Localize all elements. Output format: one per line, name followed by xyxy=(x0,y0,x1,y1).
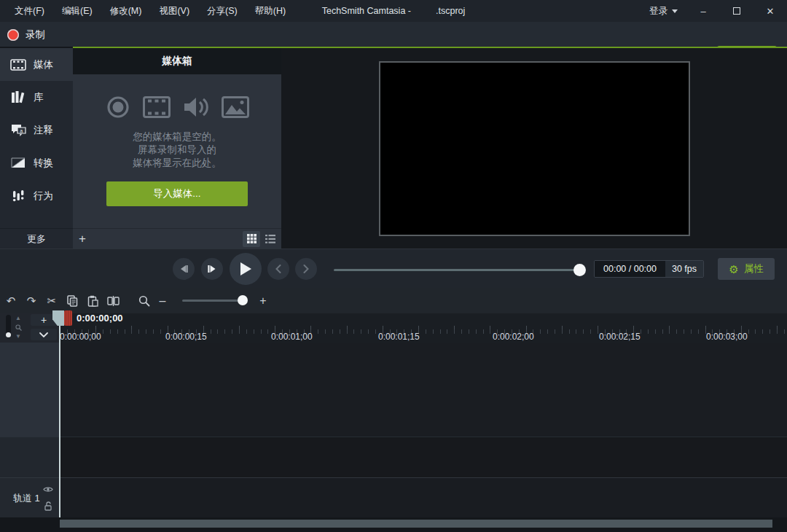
track-height-thumb[interactable] xyxy=(6,332,11,337)
split-button[interactable] xyxy=(106,294,120,308)
ruler-label: 0:00:01;15 xyxy=(378,332,420,342)
transition-icon xyxy=(9,157,27,168)
menubar-right: 登录 – ✕ xyxy=(641,0,787,22)
sidebar-item-media[interactable]: 媒体 xyxy=(0,48,73,81)
zoom-out-button[interactable]: – xyxy=(150,294,175,308)
media-bin-empty-icons xyxy=(73,95,281,120)
time-display: 00:00 / 00:00 30 fps xyxy=(594,260,704,278)
copy-button[interactable] xyxy=(66,294,79,308)
zoom-in-button[interactable]: + xyxy=(252,294,274,308)
ruler-label: 0:00:00;15 xyxy=(165,332,207,342)
timeline-zoom-slider[interactable] xyxy=(182,300,245,302)
playhead-line[interactable] xyxy=(59,326,60,517)
menu-list: 文件(F) 编辑(E) 修改(M) 视图(V) 分享(S) 帮助(H) xyxy=(0,0,294,22)
grid-view-button[interactable] xyxy=(243,231,260,247)
maximize-button[interactable] xyxy=(720,0,753,22)
step-back-button[interactable] xyxy=(173,258,195,280)
video-clip-icon xyxy=(143,96,171,118)
properties-button[interactable]: ⚙ 属性 xyxy=(718,258,775,280)
filmstrip-icon xyxy=(9,59,27,71)
horizontal-scrollbar[interactable] xyxy=(60,520,772,528)
record-button[interactable]: 录制 xyxy=(7,26,45,44)
empty-text-line: 屏幕录制和导入的 xyxy=(73,144,281,157)
split-icon xyxy=(107,296,120,306)
menubar: 文件(F) 编辑(E) 修改(M) 视图(V) 分享(S) 帮助(H) Tech… xyxy=(0,0,787,22)
books-icon xyxy=(9,91,27,103)
view-toggle xyxy=(243,231,281,247)
next-marker-button[interactable] xyxy=(295,258,317,280)
timeline-toolbar: ↶ ↷ ✂ – + xyxy=(0,288,787,313)
redo-button[interactable]: ↷ xyxy=(25,294,38,308)
track1-label: 轨道 1 xyxy=(13,478,40,518)
unlock-icon xyxy=(44,501,52,511)
zoom-down-arrow-icon[interactable]: ▼ xyxy=(15,333,21,340)
record-label: 录制 xyxy=(26,28,45,42)
track-visibility-toggle[interactable] xyxy=(43,486,53,493)
timeline-gutter xyxy=(0,343,59,437)
sidebar-more-button[interactable]: 更多 xyxy=(0,228,73,249)
svg-text:a: a xyxy=(20,128,23,133)
signin-menu[interactable]: 登录 xyxy=(641,0,686,22)
track1-lane[interactable] xyxy=(60,477,787,517)
sidebar-item-annotations[interactable]: a 注释 xyxy=(0,114,73,146)
gutter-zoom-buttons: ▲ ▼ xyxy=(14,315,23,340)
current-time: 00:00 / 00:00 xyxy=(595,261,665,277)
gear-icon: ⚙ xyxy=(729,264,738,275)
timeline-gutter-lower xyxy=(0,437,59,477)
timeline-zoom-thumb[interactable] xyxy=(238,295,248,305)
close-button[interactable]: ✕ xyxy=(753,0,787,22)
collapse-tracks-button[interactable] xyxy=(31,329,57,340)
ruler-label: 0:00:01;00 xyxy=(271,332,313,342)
paste-button[interactable] xyxy=(86,294,99,308)
step-forward-icon xyxy=(207,265,217,273)
undo-button[interactable]: ↶ xyxy=(4,294,17,308)
eye-icon xyxy=(43,486,53,493)
add-media-button[interactable]: + xyxy=(73,229,92,249)
maximize-icon xyxy=(733,7,740,15)
window-title-file: .tscproj xyxy=(436,6,465,16)
cut-button[interactable]: ✂ xyxy=(45,294,58,308)
menu-modify[interactable]: 修改(M) xyxy=(101,0,151,22)
copy-icon xyxy=(67,295,78,307)
sidebar-item-library[interactable]: 库 xyxy=(0,81,73,114)
window-title: TechSmith Camtasia -.tscproj xyxy=(322,0,466,22)
timeline-empty-strip xyxy=(60,437,787,477)
grid-view-icon xyxy=(247,234,257,243)
signin-label: 登录 xyxy=(649,5,667,17)
ruler-label: 0:00:00;00 xyxy=(60,332,101,342)
timeline-empty-area[interactable] xyxy=(60,343,787,437)
import-media-button[interactable]: 导入媒体... xyxy=(106,181,248,206)
step-forward-button[interactable] xyxy=(201,258,223,280)
media-bin-panel: 媒体箱 您的媒体箱是空的。 屏幕录制和导入的 媒体将显示在此处。 导入媒体...… xyxy=(73,48,281,249)
sidebar-item-transitions[interactable]: 转换 xyxy=(0,146,73,179)
seek-slider-thumb[interactable] xyxy=(573,264,586,276)
sidebar-item-label: 注释 xyxy=(34,124,53,137)
seek-slider-track[interactable] xyxy=(334,269,583,271)
step-back-icon xyxy=(179,265,189,273)
playhead-grip[interactable] xyxy=(64,310,72,326)
timeline: ▲ ▼ + 0:00:00;00 0:00:00;00 0:00:00;15 0… xyxy=(0,313,787,532)
minimize-button[interactable]: – xyxy=(686,0,720,22)
track1-header[interactable]: 轨道 1 xyxy=(0,477,59,517)
canvas-area xyxy=(281,48,787,249)
track-height-slider[interactable] xyxy=(6,315,11,338)
media-bin-header: 媒体箱 xyxy=(73,48,281,74)
camtasia-window: 文件(F) 编辑(E) 修改(M) 视图(V) 分享(S) 帮助(H) Tech… xyxy=(0,0,787,532)
list-view-button[interactable] xyxy=(262,231,279,247)
menu-file[interactable]: 文件(F) xyxy=(6,0,53,22)
play-button[interactable] xyxy=(230,253,262,285)
properties-label: 属性 xyxy=(744,262,764,275)
zoom-up-arrow-icon[interactable]: ▲ xyxy=(15,315,21,321)
paste-icon xyxy=(87,295,98,307)
video-preview[interactable] xyxy=(379,61,690,236)
menu-view[interactable]: 视图(V) xyxy=(150,0,198,22)
magnifier-icon xyxy=(138,295,150,307)
menu-help[interactable]: 帮助(H) xyxy=(246,0,294,22)
chevron-down-icon xyxy=(672,9,678,13)
empty-text-line: 媒体将显示在此处。 xyxy=(73,157,281,170)
menu-edit[interactable]: 编辑(E) xyxy=(53,0,101,22)
track-lock-toggle[interactable] xyxy=(44,501,52,511)
menu-share[interactable]: 分享(S) xyxy=(198,0,246,22)
sidebar-item-behaviors[interactable]: 行为 xyxy=(0,179,73,212)
previous-marker-button[interactable] xyxy=(267,258,289,280)
